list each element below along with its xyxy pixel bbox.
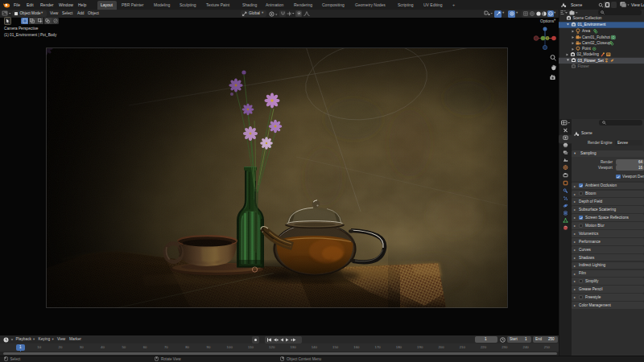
svg-text:01_Environment: 01_Environment bbox=[578, 23, 607, 27]
svg-text:Scene Collection: Scene Collection bbox=[573, 16, 602, 20]
svg-text:Area: Area bbox=[582, 29, 590, 33]
svg-text:02_Modeling: 02_Modeling bbox=[577, 52, 600, 56]
svg-text:Y: Y bbox=[547, 36, 549, 40]
svg-text:Cam02_Closeup: Cam02_Closeup bbox=[582, 41, 611, 45]
svg-text:Flower: Flower bbox=[578, 64, 590, 68]
svg-text:Point: Point bbox=[582, 47, 592, 51]
svg-text:03_Flower_Set: 03_Flower_Set bbox=[578, 59, 605, 63]
svg-text:Cam01_Fullshot: Cam01_Fullshot bbox=[582, 35, 611, 39]
